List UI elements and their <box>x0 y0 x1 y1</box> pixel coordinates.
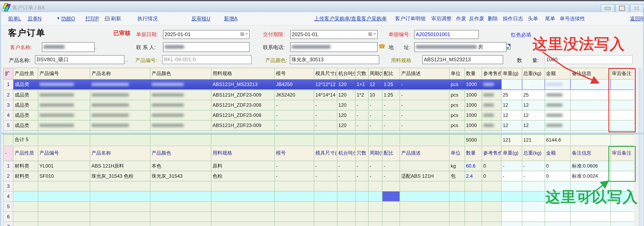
grid-cell[interactable] <box>570 212 610 222</box>
grid-cell[interactable]: - <box>355 100 368 110</box>
grid-cell[interactable]: - <box>368 161 382 171</box>
grid-cell[interactable] <box>150 100 211 110</box>
grid-cell[interactable] <box>150 79 211 90</box>
grid-cell[interactable]: - <box>400 100 449 110</box>
grid-cell[interactable]: 120 <box>337 120 355 130</box>
grid-cell[interactable]: 材料类 <box>13 161 38 171</box>
grid-cell[interactable]: 12*12*12 <box>314 79 337 90</box>
grid-cell[interactable] <box>90 130 150 132</box>
grid-cell[interactable]: - <box>355 161 368 171</box>
grid-cell[interactable] <box>501 181 522 191</box>
column-header[interactable]: 模具尺寸(cm) <box>314 146 337 161</box>
grid-cell[interactable] <box>211 191 274 202</box>
column-header[interactable]: 单重(g) <box>501 146 522 161</box>
grid-cell[interactable] <box>400 191 449 202</box>
grid-cell[interactable]: - <box>382 100 400 110</box>
grid-cell[interactable] <box>368 222 382 226</box>
row-number[interactable]: 1 <box>4 161 13 171</box>
grid-cell[interactable] <box>449 130 464 132</box>
grid-cell[interactable] <box>449 181 464 191</box>
column-header[interactable]: 备注信息 <box>570 146 610 161</box>
grid-cell[interactable]: pcs <box>449 100 464 110</box>
grid-cell[interactable]: 包 <box>449 171 464 181</box>
grid-cell[interactable] <box>337 130 355 132</box>
grid-cell[interactable]: - <box>522 161 545 171</box>
column-header[interactable]: 总重(kg) <box>522 146 545 161</box>
grid-cell[interactable] <box>368 130 382 132</box>
column-header[interactable]: 模号 <box>274 146 314 161</box>
column-header[interactable]: 用料规格 <box>211 68 274 79</box>
grid-cell[interactable] <box>501 191 522 202</box>
grid-cell[interactable] <box>501 130 522 132</box>
upload-view-po-button[interactable]: 上传客户采购单/查看客户采购单 <box>314 15 387 22</box>
grid-cell[interactable] <box>382 130 400 132</box>
grid-cell[interactable]: ABS121H_MS23213 <box>211 79 274 90</box>
grid-cell[interactable] <box>314 212 337 222</box>
grid-cell[interactable]: 本色 <box>150 161 211 171</box>
grid-cell[interactable]: ABS121H_ZDF23-009 <box>211 120 274 130</box>
product-no-input[interactable]: RKL-09-001-0 <box>162 55 252 64</box>
grid-cell[interactable] <box>464 212 482 222</box>
grid-cell[interactable] <box>38 202 90 212</box>
grid-cell[interactable] <box>90 181 150 191</box>
grid-cell[interactable] <box>90 100 150 110</box>
grid-cell[interactable] <box>482 181 501 191</box>
column-header[interactable]: 产品描述 <box>400 68 449 79</box>
product-name-input[interactable]: DSV801_吸口 <box>35 55 124 64</box>
grid-cell[interactable] <box>38 100 90 110</box>
grid-cell[interactable] <box>570 222 610 226</box>
row-number[interactable]: 6 <box>4 212 13 222</box>
grid-cell[interactable]: 120 <box>337 100 355 110</box>
grid-cell[interactable]: 12 <box>522 120 545 130</box>
column-header[interactable]: 机台吨位(T) <box>337 68 355 79</box>
grid-cell[interactable] <box>400 181 449 191</box>
row-number[interactable]: 7 <box>4 222 13 226</box>
grid-cell[interactable]: - <box>368 100 382 110</box>
grid-cell[interactable]: SF010 <box>38 171 90 181</box>
column-header[interactable]: 配比 <box>382 68 400 79</box>
grid-cell[interactable] <box>368 191 382 202</box>
row-number[interactable]: 3 <box>4 100 13 110</box>
grid-cell[interactable]: - <box>382 161 400 171</box>
deliver-date-input[interactable]: 2025-01-01 ▦▼ <box>290 30 378 39</box>
grid-cell[interactable] <box>501 212 522 222</box>
grid-cell[interactable]: - <box>274 110 314 120</box>
grid-cell[interactable] <box>355 191 368 202</box>
operation-log-button[interactable]: 操作日志 <box>503 15 523 22</box>
grid-cell[interactable] <box>355 212 368 222</box>
grid-cell[interactable] <box>314 202 337 212</box>
grid-cell[interactable]: - <box>501 161 522 171</box>
post-audit-adjust-button[interactable]: 审后调整 <box>431 15 452 22</box>
grid-cell[interactable]: 120 <box>337 90 355 100</box>
grid-cell[interactable] <box>522 191 545 202</box>
lookup-dots[interactable]: .. <box>94 44 96 50</box>
grid-cell[interactable] <box>545 212 570 222</box>
grid-cell[interactable] <box>13 222 38 226</box>
grid-cell[interactable]: 色粉 <box>211 171 274 181</box>
column-header[interactable]: 总重(kg) <box>522 68 545 79</box>
grid-cell[interactable]: - <box>368 171 382 181</box>
last-doc-button[interactable]: 尾单 <box>545 15 555 22</box>
grid-cell[interactable]: 珠光灰_31543 <box>150 171 211 181</box>
grid-cell[interactable] <box>545 100 570 110</box>
grid-cell[interactable] <box>90 79 150 90</box>
grid-cell[interactable] <box>400 202 449 212</box>
chevron-down-icon[interactable]: ▼ <box>245 32 248 36</box>
grid-cell[interactable]: - <box>382 120 400 130</box>
grid-cell[interactable] <box>501 202 522 212</box>
grid-cell[interactable]: 标准:0.0606 <box>570 161 610 171</box>
grid-cell[interactable]: 成品类 <box>13 79 38 90</box>
grid-cell[interactable]: 10 <box>368 90 382 100</box>
column-header[interactable]: 金额 <box>545 146 570 161</box>
column-header[interactable]: 产品名称 <box>90 146 150 161</box>
grid-cell[interactable]: pcs <box>449 110 464 120</box>
column-header[interactable]: 产品颜色 <box>150 68 211 79</box>
grid-cell[interactable] <box>482 191 501 202</box>
grid-cell[interactable]: - <box>314 120 337 130</box>
row-number[interactable]: 6 <box>4 130 13 132</box>
quantity-input[interactable]: 1000 <box>545 55 633 64</box>
grid-cell[interactable]: 60 <box>501 79 522 90</box>
grid-cell[interactable] <box>400 222 449 226</box>
grid-cell[interactable] <box>314 222 337 226</box>
column-header[interactable]: 模具尺寸(cm) <box>314 68 337 79</box>
